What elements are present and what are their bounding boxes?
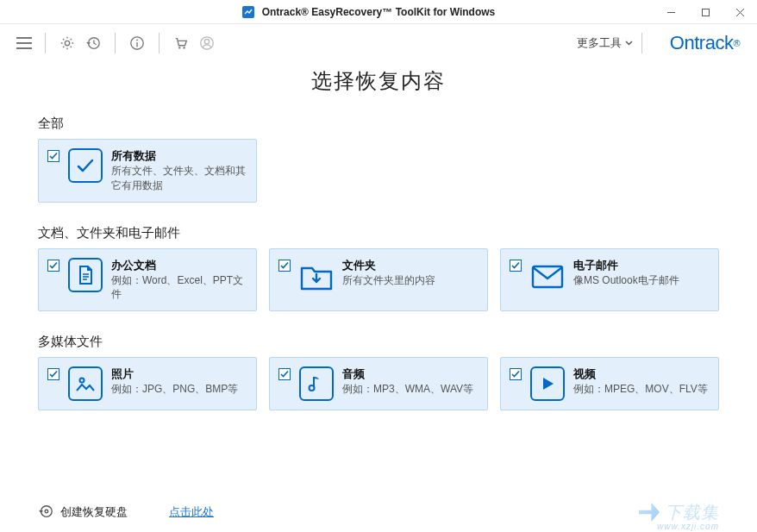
svg-point-3 — [65, 41, 69, 45]
cart-icon[interactable] — [170, 32, 192, 54]
card-photo[interactable]: 照片 例如：JPG、PNG、BMP等 — [38, 357, 257, 410]
brand-text: Ontrack — [670, 32, 734, 54]
music-note-icon — [299, 366, 334, 401]
checkbox-email[interactable] — [510, 260, 522, 272]
title-bar: Ontrack® EasyRecovery™ ToolKit for Windo… — [0, 0, 757, 24]
checkbox-video[interactable] — [510, 368, 522, 380]
checkbox-office[interactable] — [47, 260, 59, 272]
card-video[interactable]: 视频 例如：MPEG、MOV、FLV等 — [500, 357, 719, 410]
card-desc: 所有文件、文件夹、文档和其它有用数据 — [111, 164, 247, 193]
close-button[interactable] — [723, 0, 757, 24]
section-label-media: 多媒体文件 — [38, 334, 719, 350]
more-tools-dropdown[interactable]: 更多工具 — [577, 35, 633, 51]
card-title: 电子邮件 — [573, 258, 710, 273]
card-title: 文件夹 — [342, 258, 479, 273]
card-title: 所有数据 — [111, 148, 247, 164]
card-office-docs[interactable]: 办公文档 例如：Word、Excel、PPT文件 — [38, 248, 257, 312]
history-icon[interactable] — [82, 32, 104, 54]
footer: 创建恢复硬盘 点击此处 下载集 www.xzji.com — [0, 492, 757, 532]
svg-point-13 — [310, 385, 315, 391]
checkbox-all-data[interactable] — [47, 150, 59, 162]
folder-download-icon — [299, 258, 334, 296]
app-icon — [241, 5, 255, 19]
svg-point-8 — [183, 47, 185, 48]
card-email[interactable]: 电子邮件 像MS Outlook电子邮件 — [500, 248, 719, 312]
window-title: Ontrack® EasyRecovery™ ToolKit for Windo… — [262, 6, 496, 18]
card-desc: 像MS Outlook电子邮件 — [573, 273, 710, 288]
watermark-text: 下载集 — [665, 501, 719, 524]
svg-point-7 — [178, 47, 180, 48]
main-content: 选择恢复内容 全部 所有数据 所有文件、文件夹、文档和其它有用数据 文档、文件夹… — [0, 62, 757, 410]
document-icon — [68, 258, 103, 292]
card-desc: 例如：MP3、WMA、WAV等 — [342, 382, 479, 397]
svg-point-14 — [41, 505, 53, 516]
section-label-docs: 文档、文件夹和电子邮件 — [38, 225, 719, 241]
info-icon[interactable] — [126, 32, 148, 54]
more-tools-label: 更多工具 — [577, 35, 622, 51]
svg-point-15 — [45, 510, 48, 513]
minimize-button[interactable] — [654, 0, 688, 24]
play-icon — [530, 366, 565, 401]
card-title: 音频 — [342, 366, 479, 382]
card-audio[interactable]: 音频 例如：MP3、WMA、WAV等 — [269, 357, 488, 410]
card-desc: 例如：MPEG、MOV、FLV等 — [573, 382, 710, 397]
hamburger-menu-icon[interactable] — [12, 31, 36, 55]
chevron-down-icon — [625, 41, 633, 46]
card-title: 视频 — [573, 366, 710, 382]
checkbox-audio[interactable] — [278, 368, 291, 380]
toolbar: 更多工具 Ontrack® — [0, 24, 757, 62]
checkbox-photo[interactable] — [47, 368, 59, 380]
toolbar-divider — [45, 33, 46, 53]
svg-point-10 — [204, 40, 209, 44]
toolbar-divider — [115, 33, 116, 53]
card-title: 办公文档 — [111, 258, 247, 273]
create-recovery-disk: 创建恢复硬盘 — [38, 504, 128, 522]
card-desc: 例如：Word、Excel、PPT文件 — [111, 273, 247, 303]
watermark-url: www.xzji.com — [657, 522, 719, 531]
checkbox-folder[interactable] — [278, 260, 291, 272]
card-title: 照片 — [111, 366, 247, 382]
check-icon — [68, 148, 103, 183]
svg-point-6 — [136, 40, 138, 41]
toolbar-divider — [159, 33, 160, 53]
svg-rect-2 — [702, 9, 709, 16]
image-icon — [68, 366, 103, 401]
disk-icon — [38, 504, 53, 522]
envelope-icon — [530, 258, 565, 296]
user-icon[interactable] — [196, 32, 218, 54]
watermark: 下载集 www.xzji.com — [639, 501, 719, 524]
card-folder[interactable]: 文件夹 所有文件夹里的内容 — [269, 248, 488, 312]
page-title: 选择恢复内容 — [38, 67, 719, 95]
click-here-link[interactable]: 点击此处 — [169, 504, 214, 520]
brand-logo: Ontrack® — [670, 32, 740, 54]
card-desc: 例如：JPG、PNG、BMP等 — [111, 382, 247, 397]
card-all-data[interactable]: 所有数据 所有文件、文件夹、文档和其它有用数据 — [38, 139, 257, 203]
create-disk-label: 创建恢复硬盘 — [60, 504, 128, 520]
maximize-button[interactable] — [688, 0, 723, 24]
window-controls — [654, 0, 757, 24]
card-desc: 所有文件夹里的内容 — [342, 273, 479, 288]
gear-icon[interactable] — [56, 32, 78, 54]
toolbar-divider — [641, 33, 642, 53]
section-label-all: 全部 — [38, 116, 719, 132]
svg-point-12 — [80, 379, 84, 383]
